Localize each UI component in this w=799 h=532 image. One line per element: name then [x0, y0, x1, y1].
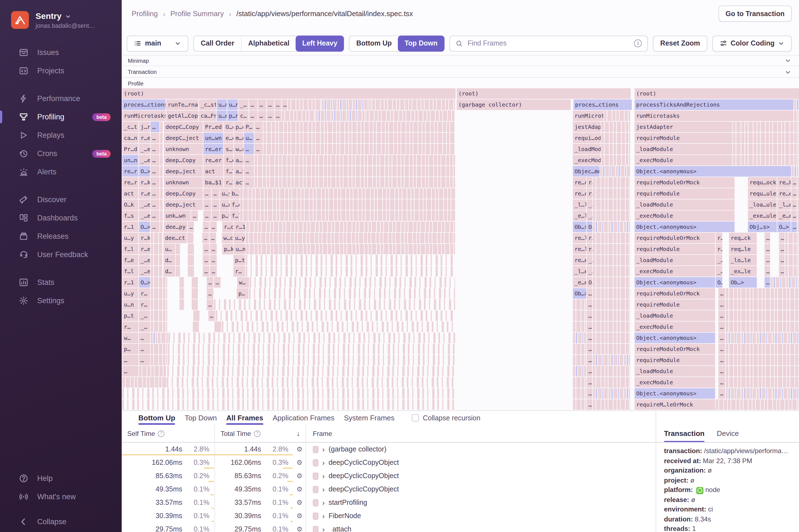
flame-frame[interactable]: f…e [230, 200, 240, 210]
flame-frame[interactable]: Pr…ed [203, 121, 223, 132]
flame-frame[interactable]: runMicrotasks [634, 111, 794, 121]
flame-frame[interactable]: r… [234, 266, 245, 277]
flame-frame[interactable]: Ob…> [729, 277, 757, 288]
flame-frame[interactable]: … [203, 266, 209, 277]
table-row[interactable]: 85.63ms0.2% 85.63ms0.2% ⚙ › deepCyclicCo… [122, 469, 656, 482]
flame-frame[interactable]: re…er [203, 155, 223, 166]
sidebar-item-crons[interactable]: Cronsbeta [0, 145, 122, 163]
org-switcher[interactable]: Sentry [36, 11, 95, 21]
flame-frame[interactable]: ca…Fn [199, 111, 216, 121]
flame-frame[interactable]: u…y [234, 233, 245, 243]
flame-frame[interactable]: _…e [139, 144, 150, 154]
flame-frame[interactable]: Object.<anonymous> [634, 332, 715, 343]
flame-frame[interactable]: u… [244, 133, 254, 143]
gear-icon[interactable]: ⚙ [293, 459, 305, 467]
flame-frame[interactable]: … [267, 99, 274, 110]
flame-frame[interactable]: … [587, 377, 592, 387]
flame-frame[interactable]: O…> [777, 222, 791, 232]
tab-top-down[interactable]: Top Down [185, 411, 217, 425]
sidebar-item-stats[interactable]: Stats [0, 273, 122, 291]
sidebar-item-issues[interactable]: Issues [0, 43, 122, 62]
flame-frame[interactable]: … [208, 310, 215, 321]
flame-frame[interactable]: … [244, 166, 254, 176]
table-row[interactable]: 49.35ms0.1% 49.35ms0.1% ⚙ › deepCyclicCo… [122, 482, 656, 496]
flame-frame[interactable]: … [151, 222, 160, 232]
flame-frame[interactable]: (garbage collector) [457, 99, 571, 110]
flame-frame[interactable]: … [791, 222, 797, 232]
chevron-down-icon[interactable] [784, 69, 791, 75]
flame-frame[interactable]: … [587, 299, 592, 310]
flame-frame[interactable]: re…k [777, 177, 791, 188]
flame-frame[interactable]: … [207, 299, 213, 310]
flame-frame[interactable]: u… [163, 244, 175, 254]
flame-frame[interactable]: … [139, 344, 150, 354]
flame-frame[interactable]: _execModule [634, 155, 732, 166]
flame-frame[interactable]: Object.<anonymous> [634, 222, 735, 232]
flame-frame[interactable]: r… [139, 299, 150, 310]
flame-frame[interactable]: requireModuleOrMock [634, 177, 735, 188]
flame-frame[interactable]: _… [716, 255, 722, 265]
sentry-logo-icon[interactable] [11, 11, 29, 29]
flame-frame[interactable]: … [719, 299, 725, 310]
flame-frame[interactable]: a…t [234, 166, 243, 176]
flame-frame[interactable]: … [587, 355, 592, 365]
flame-frame[interactable]: … [151, 144, 160, 154]
flame-frame[interactable]: _e…e [573, 277, 586, 288]
flame-frame[interactable]: r… [139, 288, 150, 299]
gear-icon[interactable]: ⚙ [293, 486, 305, 493]
reset-zoom-button[interactable]: Reset Zoom [653, 35, 707, 51]
expand-chevron-icon[interactable]: › [322, 445, 325, 453]
flame-frame[interactable]: … [719, 288, 725, 299]
flame-frame[interactable]: p…n [227, 111, 238, 121]
flamegraph-canvas[interactable]: (root)proces…ctionsrunTe…rnal_c…stu…nu…n… [122, 88, 799, 411]
flame-frame[interactable]: u…n [220, 200, 229, 210]
flame-frame[interactable]: re…r [122, 166, 138, 176]
collapse-recursion-checkbox[interactable]: Collapse recursion [412, 414, 480, 422]
gear-icon[interactable]: ⚙ [293, 512, 305, 520]
flame-frame[interactable]: … [719, 344, 725, 354]
flame-frame[interactable]: f…l [122, 266, 138, 277]
flame-frame[interactable]: … [210, 222, 217, 232]
flame-frame[interactable]: unknown [164, 177, 203, 188]
flame-frame[interactable]: Pr…d [122, 144, 138, 154]
color-coding-button[interactable]: Color Coding [712, 35, 792, 51]
gear-icon[interactable]: ⚙ [293, 472, 305, 480]
flame-frame[interactable]: deep…ject [164, 200, 203, 210]
flame-frame[interactable]: … [765, 233, 770, 243]
flame-frame[interactable]: requireModule [634, 299, 715, 310]
flame-frame[interactable]: O… [587, 277, 592, 288]
sidebar-item-discover[interactable]: Discover [0, 190, 122, 209]
flame-frame[interactable]: … [791, 177, 797, 188]
flame-frame[interactable]: re…l [573, 244, 586, 254]
flame-frame[interactable]: r…e [139, 133, 150, 143]
flame-frame[interactable]: deepC…ject [164, 133, 203, 143]
flame-frame[interactable]: _… [587, 266, 592, 277]
tab-bottom-up[interactable]: Bottom Up [138, 411, 175, 425]
flame-frame[interactable]: Object.<anonymous> [634, 166, 791, 176]
search-input[interactable] [466, 39, 630, 48]
flame-frame[interactable]: requireModuleOrMock [634, 288, 715, 299]
flame-frame[interactable]: O… [587, 222, 592, 232]
flame-frame[interactable]: … [587, 322, 592, 332]
breadcrumb-item[interactable]: Profiling [132, 10, 158, 18]
flame-frame[interactable]: … [212, 200, 220, 210]
flame-frame[interactable]: … [151, 200, 160, 210]
expand-chevron-icon[interactable]: › [322, 512, 325, 519]
flame-frame[interactable]: w… [237, 277, 249, 288]
flame-frame[interactable]: r…1 [224, 177, 234, 188]
flame-frame[interactable]: deep…Copy [164, 155, 203, 166]
flame-frame[interactable]: … [139, 355, 150, 365]
flame-frame[interactable]: req…le [729, 244, 757, 254]
table-row[interactable]: 29.75ms0.1% 29.75ms0.1% ⚙ › _attach [122, 522, 656, 532]
flame-frame[interactable]: … [765, 244, 770, 254]
flame-frame[interactable]: … [587, 366, 592, 377]
table-row[interactable]: 30.39ms0.1% 30.39ms0.1% ⚙ › FiberNode [122, 509, 656, 522]
tab-all-frames[interactable]: All Frames [226, 411, 263, 425]
flame-frame[interactable]: … [719, 366, 725, 377]
flame-frame[interactable]: requireModuleOrMock [634, 344, 715, 354]
flame-frame[interactable]: … [249, 111, 257, 121]
breadcrumb-item[interactable]: Profile Summary [170, 10, 224, 18]
flame-frame[interactable]: u…n [227, 99, 238, 110]
flame-frame[interactable]: … [587, 310, 592, 321]
flame-frame[interactable]: … [244, 144, 254, 154]
